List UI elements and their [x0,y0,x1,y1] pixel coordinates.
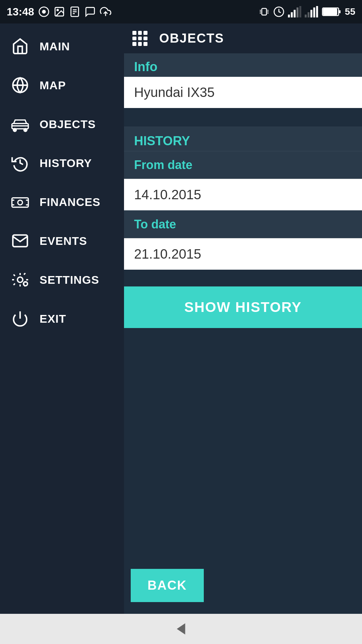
show-history-button[interactable]: SHOW HISTORY [124,286,362,328]
chat-icon [84,6,96,17]
bottom-nav-bar [0,614,362,644]
grid-dot [143,31,147,35]
sidebar-label-events: EVENTS [40,234,87,248]
sidebar-label-finances: FINANCES [40,196,101,209]
sidebar-label-history: HISTORY [40,157,92,170]
grid-dot [138,37,142,41]
sidebar: MAIN MAP OBJECTS HISTORY FINANCES EVENTS [0,23,124,614]
car-icon [10,114,30,134]
grid-dot [143,37,147,41]
svg-point-1 [42,10,46,13]
envelope-icon [10,231,30,251]
from-date-label: From date [134,158,192,172]
vibrate-icon [258,6,270,17]
battery-percent: 55 [345,6,355,17]
status-bar: 13:48 55 [0,0,362,23]
sidebar-label-map: MAP [40,79,66,92]
globe-icon [10,75,30,95]
back-nav-icon [173,621,189,637]
grid-dot [132,42,136,46]
clock-icon [273,6,285,17]
show-history-label: SHOW HISTORY [184,299,302,315]
svg-rect-22 [305,15,307,18]
svg-rect-28 [339,10,341,13]
home-icon [10,36,30,56]
to-date-label-field: To date [124,210,362,238]
sidebar-label-exit: EXIT [40,312,66,325]
money-icon [10,192,30,212]
grid-dot [132,37,136,41]
sidebar-item-events[interactable]: EVENTS [0,221,124,260]
battery-icon [321,6,342,17]
grid-dot [132,31,136,35]
sidebar-label-objects: OBJECTS [40,118,96,131]
from-date-value: 14.10.2015 [134,187,201,202]
svg-rect-26 [316,6,318,17]
svg-rect-19 [294,10,296,17]
info-label: Info [124,54,362,77]
svg-rect-24 [310,10,312,17]
sidebar-item-objects[interactable]: OBJECTS [0,105,124,144]
svg-rect-25 [313,7,315,17]
gear-icon [10,270,30,290]
sidebar-item-history[interactable]: HISTORY [0,144,124,182]
status-left: 13:48 [7,6,111,18]
grid-menu-icon[interactable] [131,29,149,48]
history-section: HISTORY From date 14.10.2015 To date 21.… [124,126,362,270]
power-icon [10,309,30,329]
from-date-value-field[interactable]: 14.10.2015 [124,179,362,210]
svg-rect-23 [308,12,310,17]
back-nav-triangle[interactable] [171,619,191,639]
vehicle-name: Hyundai IX35 [134,85,215,100]
back-area: BACK [124,557,362,614]
image-icon [54,6,65,17]
svg-point-3 [57,9,58,11]
sidebar-item-map[interactable]: MAP [0,66,124,105]
sidebar-item-exit[interactable]: EXIT [0,299,124,338]
vehicle-name-field: Hyundai IX35 [124,77,362,108]
sidebar-item-main[interactable]: MAIN [0,27,124,66]
status-time: 13:48 [7,6,34,18]
upload-icon [100,6,111,17]
from-date-label-field: From date [124,151,362,179]
info-section-label: Info [134,60,158,74]
to-date-label: To date [134,217,176,231]
sidebar-item-finances[interactable]: FINANCES [0,182,124,221]
message-icon [38,6,50,17]
status-right: 55 [258,6,355,17]
history-icon [10,153,30,173]
section-divider-2 [124,270,362,286]
svg-rect-21 [299,6,301,17]
to-date-value: 21.10.2015 [134,247,201,261]
history-label-container: HISTORY [124,126,362,151]
svg-rect-18 [291,12,293,17]
main-content-panel: OBJECTS Info Hyundai IX35 HISTORY From d… [124,23,362,614]
signal2-icon [305,6,318,17]
content-header: OBJECTS [124,23,362,54]
sidebar-item-settings[interactable]: SETTINGS [0,260,124,299]
svg-rect-9 [262,8,266,15]
grid-dot [138,31,142,35]
svg-point-42 [17,277,23,282]
content-bottom-gap [124,328,362,557]
svg-point-33 [13,128,16,131]
svg-marker-45 [177,623,185,634]
svg-point-37 [18,200,22,205]
to-date-value-field[interactable]: 21.10.2015 [124,238,362,270]
grid-dot [138,42,142,46]
sidebar-label-settings: SETTINGS [40,273,99,286]
document-icon [69,6,80,17]
svg-rect-29 [323,9,337,15]
svg-rect-36 [12,198,28,207]
section-divider-1 [124,108,362,126]
back-label: BACK [147,578,187,592]
signal1-icon [288,6,301,17]
svg-rect-17 [288,15,290,18]
history-section-label: HISTORY [134,134,190,148]
svg-rect-20 [297,7,299,17]
info-section: Info Hyundai IX35 [124,54,362,108]
grid-dot [143,42,147,46]
sidebar-label-main: MAIN [40,40,70,53]
back-button[interactable]: BACK [131,569,204,602]
header-title: OBJECTS [159,31,224,46]
